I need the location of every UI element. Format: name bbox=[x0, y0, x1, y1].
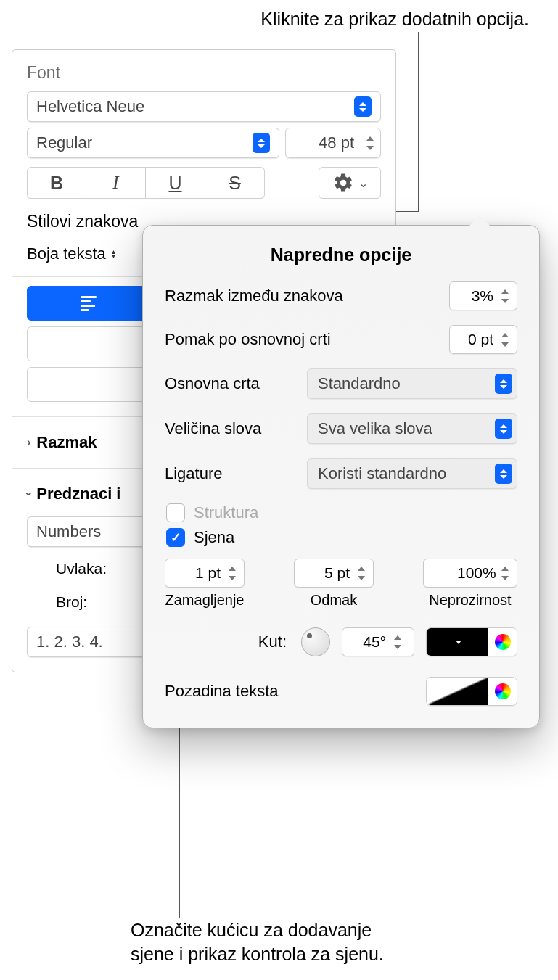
chevron-right-icon: › bbox=[27, 436, 30, 449]
shadow-checkbox[interactable] bbox=[166, 528, 185, 547]
updown-icon bbox=[354, 96, 372, 117]
updown-icon bbox=[495, 374, 512, 394]
gear-icon bbox=[332, 172, 354, 194]
outline-checkbox[interactable] bbox=[166, 503, 185, 522]
bold-button[interactable]: B bbox=[27, 167, 86, 199]
font-family-value: Helvetica Neue bbox=[36, 97, 354, 116]
font-section-title: Font bbox=[27, 63, 381, 83]
bullets-style-value: Numbers bbox=[36, 522, 141, 541]
opacity-sublabel: Neprozirnost bbox=[429, 592, 511, 609]
font-family-popup[interactable]: Helvetica Neue bbox=[27, 91, 381, 122]
text-background-color-well[interactable] bbox=[426, 677, 517, 706]
italic-button[interactable]: I bbox=[86, 167, 146, 199]
capitalization-popup[interactable]: Sva velika slova bbox=[307, 413, 517, 444]
color-wheel-icon bbox=[495, 634, 511, 650]
updown-icon bbox=[495, 464, 512, 484]
callout-line bbox=[418, 32, 419, 212]
offset-value: 5 pt bbox=[313, 564, 350, 582]
advanced-options-button[interactable]: ⌄ bbox=[319, 167, 381, 199]
updown-icon bbox=[495, 419, 512, 439]
color-wheel-icon bbox=[495, 683, 511, 699]
opacity-value: 100% bbox=[457, 564, 493, 582]
text-background-label: Pozadina teksta bbox=[165, 682, 279, 701]
baseline-label: Osnovna crta bbox=[165, 374, 307, 393]
number-label: Broj: bbox=[56, 593, 87, 611]
angle-dial[interactable] bbox=[301, 627, 330, 656]
stepper-icon[interactable] bbox=[498, 559, 512, 587]
capitalization-value: Sva velika slova bbox=[318, 419, 495, 438]
bullets-label: Predznaci i bbox=[36, 485, 120, 503]
stepper-icon[interactable] bbox=[363, 129, 377, 157]
color-picker-button[interactable] bbox=[488, 628, 517, 656]
align-left-icon bbox=[81, 296, 97, 311]
shadow-label: Sjena bbox=[194, 528, 234, 547]
color-swatch bbox=[427, 678, 488, 705]
font-style-popup[interactable]: Regular bbox=[27, 128, 279, 158]
offset-sublabel: Odmak bbox=[311, 592, 357, 609]
chevron-down-icon: ⌄ bbox=[358, 176, 368, 190]
advanced-options-popover: Napredne opcije Razmak između znakova 3%… bbox=[142, 225, 540, 728]
callout-gear-text: Kliknite za prikaz dodatnih opcija. bbox=[260, 9, 529, 30]
character-spacing-label: Razmak između znakova bbox=[165, 287, 449, 305]
font-size-field[interactable]: 48 pt bbox=[285, 128, 381, 158]
callout-shadow-text: Označite kućicu za dodavanje sjene i pri… bbox=[131, 918, 384, 965]
angle-label: Kut: bbox=[258, 633, 287, 651]
align-left-button[interactable] bbox=[27, 286, 150, 321]
updown-icon bbox=[253, 133, 270, 153]
blur-field[interactable]: 1 pt bbox=[165, 559, 245, 588]
baseline-popup[interactable]: Standardno bbox=[307, 368, 517, 399]
color-picker-button[interactable] bbox=[488, 678, 517, 705]
blur-sublabel: Zamagljenje bbox=[165, 592, 245, 609]
font-style-value: Regular bbox=[36, 133, 253, 152]
stepper-icon[interactable] bbox=[498, 282, 512, 310]
spacing-label: Razmak bbox=[36, 433, 97, 452]
ligatures-value: Koristi standardno bbox=[318, 464, 495, 483]
outline-label: Struktura bbox=[194, 503, 258, 522]
stepper-icon[interactable] bbox=[390, 628, 405, 656]
bullets-style-popup[interactable]: Numbers bbox=[27, 516, 150, 547]
font-size-value: 48 pt bbox=[295, 133, 358, 152]
color-swatch bbox=[427, 628, 488, 656]
callout-line2: sjene i prikaz kontrola za sjenu. bbox=[131, 942, 384, 966]
opacity-field[interactable]: 100% bbox=[423, 559, 517, 588]
offset-field[interactable]: 5 pt bbox=[294, 559, 374, 588]
popover-title: Napredne opcije bbox=[165, 244, 517, 265]
indent-label: Uvlaka: bbox=[56, 560, 107, 577]
angle-value: 45° bbox=[350, 633, 386, 651]
capitalization-label: Veličina slova bbox=[165, 419, 307, 438]
chevron-down-icon: › bbox=[22, 492, 36, 495]
blur-value: 1 pt bbox=[184, 564, 221, 582]
angle-field[interactable]: 45° bbox=[342, 627, 414, 656]
text-color-label: Boja teksta bbox=[27, 244, 106, 263]
stepper-icon[interactable] bbox=[498, 326, 512, 353]
ligatures-popup[interactable]: Koristi standardno bbox=[307, 458, 517, 489]
character-spacing-field[interactable]: 3% bbox=[449, 281, 517, 310]
stepper-icon[interactable] bbox=[225, 559, 239, 587]
strikethrough-button[interactable]: S bbox=[205, 167, 265, 199]
stepper-icon[interactable] bbox=[354, 559, 369, 587]
character-spacing-value: 3% bbox=[457, 287, 493, 305]
updown-icon[interactable]: ▴▾ bbox=[112, 250, 115, 258]
baseline-shift-value: 0 pt bbox=[457, 331, 493, 348]
chevron-down-icon bbox=[456, 641, 461, 644]
callout-line1: Označite kućicu za dodavanje bbox=[131, 918, 384, 942]
shadow-color-well[interactable] bbox=[426, 627, 517, 656]
baseline-value: Standardno bbox=[318, 374, 495, 393]
ligatures-label: Ligature bbox=[165, 464, 307, 483]
underline-button[interactable]: U bbox=[146, 167, 205, 199]
baseline-shift-label: Pomak po osnovnoj crti bbox=[165, 330, 449, 349]
baseline-shift-field[interactable]: 0 pt bbox=[449, 325, 517, 354]
